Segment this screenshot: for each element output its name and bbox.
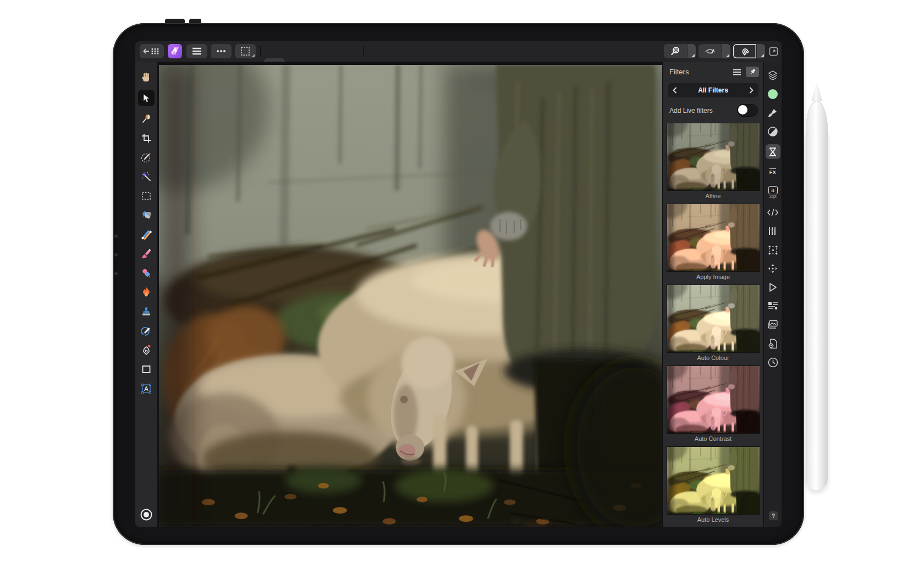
- view-mode-options[interactable]: [722, 44, 730, 58]
- pin-icon: [749, 68, 756, 75]
- snapping-button[interactable]: [733, 44, 765, 58]
- menu-button[interactable]: [186, 44, 207, 58]
- flame-tool[interactable]: [138, 286, 155, 299]
- history-studio-button[interactable]: [766, 356, 780, 368]
- metadata-studio-button[interactable]: [766, 300, 780, 312]
- back-grid-button[interactable]: [140, 44, 164, 58]
- command-controller-button[interactable]: [140, 508, 153, 521]
- text-size-label: 12pt: [769, 195, 777, 198]
- tool-rail: A: [135, 62, 157, 527]
- code-studio-button[interactable]: [766, 206, 780, 219]
- rectangle-shape-tool[interactable]: [138, 363, 155, 376]
- undo-brush-icon: [141, 325, 152, 336]
- eraser-tool[interactable]: [138, 266, 155, 280]
- adjustments-icon: [767, 126, 778, 137]
- add-live-filters-toggle[interactable]: [737, 104, 758, 117]
- selection-brush-icon: [141, 152, 152, 163]
- marquee-tool[interactable]: [138, 189, 155, 203]
- more-button[interactable]: [211, 44, 232, 58]
- live-filters-studio-button[interactable]: [766, 144, 780, 159]
- crop-tool[interactable]: [138, 132, 155, 145]
- move-arrows-icon: [767, 263, 778, 274]
- panel-menu-button[interactable]: [733, 69, 741, 75]
- colour-studio-button[interactable]: [766, 88, 780, 100]
- snapping-magnet-icon: [740, 46, 750, 56]
- channels-studio-button[interactable]: [766, 225, 780, 237]
- text-style-studio-button[interactable]: a 12pt: [766, 184, 780, 200]
- help-button[interactable]: ?: [769, 511, 778, 520]
- prev-category-button[interactable]: [668, 87, 682, 94]
- affinity-logo-icon: [170, 46, 180, 56]
- move-tool[interactable]: [138, 90, 155, 106]
- help-label: ?: [772, 513, 775, 519]
- crop-icon: [141, 133, 151, 143]
- stock-studio-button[interactable]: [766, 319, 780, 331]
- colour-picker-tool[interactable]: [138, 112, 155, 125]
- mesh-transform-studio-button[interactable]: [766, 244, 780, 256]
- layers-studio-button[interactable]: [766, 69, 780, 81]
- filter-item[interactable]: Apply Image: [667, 204, 760, 280]
- pen-tool[interactable]: [138, 343, 155, 357]
- filter-item[interactable]: Auto Colour: [667, 285, 760, 361]
- app-screen: A: [135, 41, 782, 527]
- paint-brush-tool[interactable]: [138, 247, 155, 260]
- text-tool-icon: A: [141, 383, 152, 394]
- document-canvas[interactable]: [157, 62, 662, 527]
- pencil-tip: [811, 81, 823, 101]
- affinity-photo-logo[interactable]: [168, 44, 182, 58]
- colour-swatch-icon: [767, 89, 778, 100]
- warp-studio-button[interactable]: [766, 263, 780, 275]
- flood-select-tool[interactable]: [138, 170, 155, 183]
- filter-thumbnail: [667, 285, 760, 352]
- toolbar-separator: [260, 46, 261, 57]
- filter-thumbnail: [667, 447, 760, 514]
- colour-picker-icon: [141, 114, 151, 124]
- fullscreen-toggle-button[interactable]: [767, 44, 780, 58]
- ipad-device: A: [113, 23, 804, 545]
- bezel-dot: [114, 253, 118, 257]
- effects-studio-button[interactable]: FX: [766, 166, 780, 178]
- next-category-button[interactable]: [744, 87, 758, 94]
- plugins-studio-button[interactable]: [766, 337, 780, 350]
- filter-thumbnail: [667, 123, 760, 190]
- desktop: A: [0, 0, 924, 573]
- mesh-grid-icon: [768, 245, 778, 255]
- adjustments-studio-button[interactable]: [766, 125, 780, 138]
- more-icon: [216, 50, 226, 53]
- filter-item[interactable]: Auto Levels: [667, 447, 760, 523]
- photo: [159, 65, 662, 527]
- undo-brush-tool[interactable]: [138, 324, 155, 337]
- brushes-studio-button[interactable]: [766, 107, 780, 119]
- gradient-tool[interactable]: [138, 228, 155, 241]
- fill-bucket-icon: [141, 210, 152, 221]
- fullscreen-toggle-icon: [769, 47, 778, 56]
- text-tool[interactable]: A: [138, 382, 155, 395]
- zoom-tool-button[interactable]: [664, 44, 696, 58]
- menu-icon: [192, 47, 202, 55]
- hand-icon: [141, 72, 152, 83]
- view-hand-tool[interactable]: [138, 70, 155, 84]
- pen-icon: [141, 345, 151, 356]
- selection-brush-tool[interactable]: [138, 151, 155, 164]
- zoom-options[interactable]: [688, 44, 696, 58]
- gradient-icon: [141, 229, 152, 240]
- fill-tool[interactable]: [138, 209, 155, 222]
- filter-item[interactable]: Auto Contrast: [667, 366, 760, 442]
- filters-panel: Filters: [662, 62, 763, 527]
- clone-stamp-tool[interactable]: [138, 305, 155, 318]
- studio-rail: FX a 12pt: [763, 62, 782, 527]
- marquee-settings-button[interactable]: [235, 44, 256, 58]
- filter-thumbnail: [667, 366, 760, 433]
- text-tool-label: A: [144, 385, 148, 392]
- snapping-options[interactable]: [757, 44, 765, 58]
- filter-category-label[interactable]: All Filters: [682, 86, 744, 94]
- bezel-dot: [114, 234, 118, 238]
- view-mode-button[interactable]: [698, 44, 730, 58]
- pin-panel-button[interactable]: [746, 67, 759, 77]
- macros-studio-button[interactable]: [766, 281, 780, 293]
- magic-wand-icon: [141, 171, 152, 182]
- history-clock-icon: [768, 357, 778, 368]
- eye-pencil-icon: [705, 47, 716, 56]
- play-icon: [768, 282, 777, 292]
- filter-item[interactable]: Affine: [667, 123, 760, 199]
